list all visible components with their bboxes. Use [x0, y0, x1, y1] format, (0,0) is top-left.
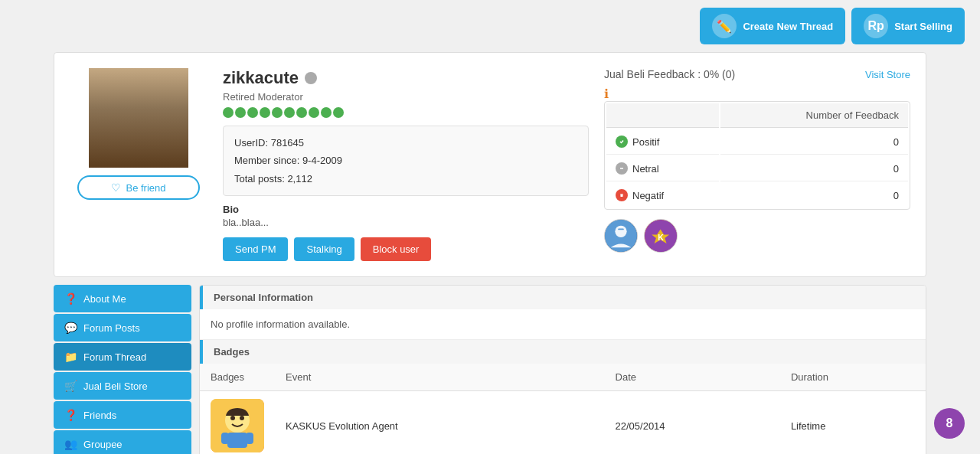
user-id-value: 781645	[271, 137, 304, 149]
svg-rect-17	[618, 228, 624, 230]
user-title: Retired Moderator	[223, 91, 589, 103]
svg-rect-6	[126, 110, 152, 145]
badge-row: KASKUS Evolution Agent 22/05/2014 Lifeti…	[200, 391, 926, 454]
positif-label-row: Positif	[616, 136, 710, 148]
kaskus-badge-icon: K	[644, 219, 678, 253]
block-user-button[interactable]: Block user	[361, 237, 432, 261]
badges-table: Badges Event Date Duration	[200, 364, 926, 454]
rep-dot-1	[223, 107, 234, 118]
negatif-label-cell: Negatif	[606, 183, 719, 207]
rep-dot-7	[296, 107, 307, 118]
friends-icon: ❓	[64, 409, 77, 421]
rep-dot-5	[272, 107, 283, 118]
moderator-badge-icon	[604, 219, 638, 253]
bio-label: Bio	[223, 204, 589, 215]
badge-image	[211, 399, 264, 452]
svg-rect-1	[89, 114, 188, 168]
svg-rect-0	[89, 68, 188, 168]
start-selling-button[interactable]: Rp Start Selling	[851, 8, 965, 44]
heart-icon: ♡	[111, 181, 121, 194]
profile-middle: zikkacute Retired Moderator UserID: 7816…	[223, 68, 589, 261]
user-info-box: UserID: 781645 Member since: 9-4-2009 To…	[223, 126, 589, 196]
username-row: zikkacute	[223, 68, 589, 88]
sidebar-item-label: Friends	[83, 410, 116, 421]
svg-rect-4	[169, 106, 181, 145]
svg-rect-11	[143, 110, 146, 126]
svg-point-16	[615, 226, 626, 237]
svg-point-9	[128, 90, 149, 105]
feedback-col-number: Number of Feedback	[720, 103, 908, 128]
rep-dot-8	[309, 107, 319, 118]
pencil-icon: ✏️	[712, 14, 737, 38]
svg-text:K: K	[658, 233, 664, 242]
send-pm-button[interactable]: Send PM	[223, 237, 288, 261]
positif-label-cell: Positif	[606, 129, 719, 155]
netral-text: Netral	[632, 163, 659, 175]
feedback-header: Jual Beli Feedback : 0% (0) Visit Store	[604, 68, 910, 80]
sidebar-item-friends[interactable]: ❓ Friends	[54, 401, 191, 429]
positif-text: Positif	[632, 136, 659, 148]
svg-rect-27	[246, 433, 253, 444]
rp-icon: Rp	[864, 14, 888, 38]
no-profile-text: No profile information available.	[200, 309, 926, 339]
notification-bubble[interactable]: 8	[934, 408, 965, 439]
jual-beli-icon: 🛒	[64, 380, 77, 392]
notification-count: 8	[946, 416, 953, 430]
total-posts-row: Total posts: 2,112	[234, 170, 577, 188]
username: zikkacute	[223, 68, 299, 88]
bio-section: Bio bla..blaa...	[223, 204, 589, 228]
feedback-row-netral: Netral 0	[606, 156, 908, 181]
avatar	[89, 68, 188, 168]
badges-section: Badges Badges Event Date Duration	[200, 339, 926, 454]
sidebar-item-about-me[interactable]: ❓ About Me	[54, 285, 191, 312]
netral-dot	[616, 162, 628, 175]
svg-rect-2	[112, 83, 165, 145]
rep-dot-3	[247, 107, 258, 118]
svg-rect-7	[121, 114, 130, 137]
feedback-row-positif: Positif 0	[606, 129, 908, 155]
create-thread-button[interactable]: ✏️ Create New Thread	[700, 8, 845, 44]
visit-store-link[interactable]: Visit Store	[865, 69, 910, 80]
badge-image-cell	[200, 391, 275, 454]
sidebar-item-jual-beli-store[interactable]: 🛒 Jual Beli Store	[54, 372, 191, 400]
badge-date: 22/05/2014	[605, 391, 780, 454]
svg-rect-25	[227, 433, 247, 448]
svg-point-23	[230, 416, 235, 420]
create-thread-label: Create New Thread	[743, 21, 833, 32]
feedback-col-type	[606, 103, 719, 128]
sidebar-item-label: Jual Beli Store	[83, 381, 148, 392]
be-friend-button[interactable]: ♡ Be friend	[77, 175, 200, 200]
badges-col-badges: Badges	[200, 364, 275, 391]
stalking-button[interactable]: Stalking	[294, 237, 354, 261]
badges-col-event: Event	[275, 364, 605, 391]
netral-count: 0	[720, 156, 908, 181]
badge-duration: Lifetime	[780, 391, 926, 454]
sidebar-item-groupee[interactable]: 👥 Groupee	[54, 430, 191, 454]
profile-left: ♡ Be friend	[70, 68, 207, 261]
rep-dot-10	[333, 107, 344, 118]
badge-event: KASKUS Evolution Agent	[275, 391, 605, 454]
groupee-icon: 👥	[64, 438, 77, 450]
badges-table-header-row: Badges Event Date Duration	[200, 364, 926, 391]
top-bar: ✏️ Create New Thread Rp Start Selling	[0, 0, 980, 52]
info-icon[interactable]: ℹ	[604, 87, 609, 100]
sidebar-item-label: Groupee	[83, 439, 122, 450]
sidebar-item-label: Forum Posts	[83, 322, 140, 334]
sidebar-item-forum-thread[interactable]: 📁 Forum Thread	[54, 343, 191, 371]
rep-dot-4	[260, 107, 270, 118]
feedback-row-negatif: Negatif 0	[606, 183, 908, 207]
svg-point-5	[125, 87, 152, 118]
feedback-title: Jual Beli Feedback : 0% (0)	[604, 68, 735, 80]
sidebar-item-label: About Me	[83, 293, 126, 305]
badges-col-date: Date	[605, 364, 780, 391]
offline-status-icon	[305, 72, 317, 84]
rep-dot-2	[235, 107, 246, 118]
sidebar-item-forum-posts[interactable]: 💬 Forum Posts	[54, 314, 191, 341]
negatif-text: Negatif	[632, 190, 664, 201]
member-since-value: 9-4-2009	[302, 155, 342, 166]
negatif-dot	[616, 189, 628, 201]
netral-label-cell: Netral	[606, 156, 719, 181]
sidebar: ❓ About Me 💬 Forum Posts 📁 Forum Thread …	[54, 285, 191, 454]
bio-text: bla..blaa...	[223, 217, 589, 228]
badges-col-duration: Duration	[780, 364, 926, 391]
